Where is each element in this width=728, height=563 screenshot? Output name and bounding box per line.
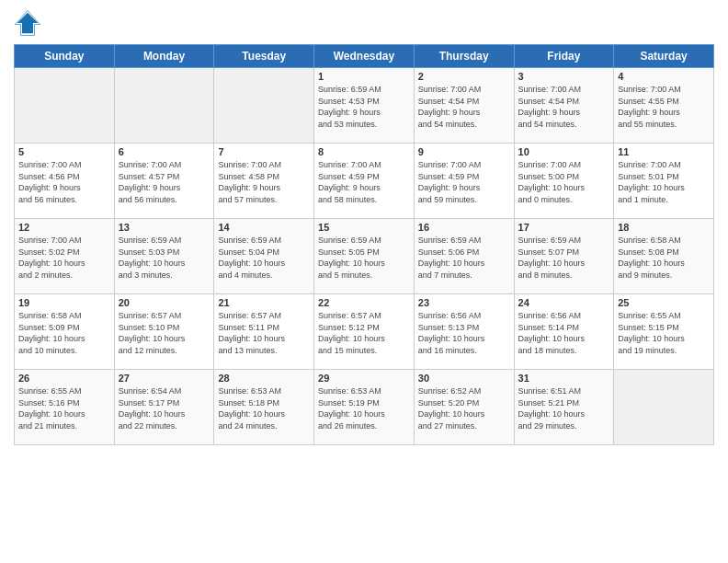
header-wednesday: Wednesday xyxy=(314,45,415,68)
calendar-cell: 20Sunrise: 6:57 AM Sunset: 5:10 PM Dayli… xyxy=(114,294,214,370)
calendar-cell: 8Sunrise: 7:00 AM Sunset: 4:59 PM Daylig… xyxy=(314,144,415,219)
calendar-cell: 25Sunrise: 6:55 AM Sunset: 5:15 PM Dayli… xyxy=(614,294,714,370)
day-info: Sunrise: 6:55 AM Sunset: 5:16 PM Dayligh… xyxy=(18,385,110,431)
day-number: 13 xyxy=(119,222,210,233)
week-row-1: 1Sunrise: 6:59 AM Sunset: 4:53 PM Daylig… xyxy=(15,68,714,144)
day-number: 27 xyxy=(119,373,210,384)
calendar-cell xyxy=(15,68,115,144)
day-number: 5 xyxy=(18,146,110,157)
logo-icon xyxy=(14,9,41,37)
calendar-cell: 9Sunrise: 7:00 AM Sunset: 4:59 PM Daylig… xyxy=(414,144,514,219)
calendar-cell: 19Sunrise: 6:58 AM Sunset: 5:09 PM Dayli… xyxy=(15,294,115,370)
day-info: Sunrise: 6:54 AM Sunset: 5:17 PM Dayligh… xyxy=(119,385,210,431)
calendar-table: SundayMondayTuesdayWednesdayThursdayFrid… xyxy=(14,44,714,445)
calendar-header-row: SundayMondayTuesdayWednesdayThursdayFrid… xyxy=(15,45,714,68)
calendar-cell: 7Sunrise: 7:00 AM Sunset: 4:58 PM Daylig… xyxy=(214,144,314,219)
day-info: Sunrise: 6:59 AM Sunset: 5:04 PM Dayligh… xyxy=(218,235,310,281)
day-info: Sunrise: 6:59 AM Sunset: 5:03 PM Dayligh… xyxy=(119,235,210,281)
day-number: 17 xyxy=(518,222,610,233)
calendar-cell: 10Sunrise: 7:00 AM Sunset: 5:00 PM Dayli… xyxy=(514,144,614,219)
day-number: 16 xyxy=(418,222,510,233)
calendar-cell: 1Sunrise: 6:59 AM Sunset: 4:53 PM Daylig… xyxy=(314,68,415,144)
calendar-cell: 5Sunrise: 7:00 AM Sunset: 4:56 PM Daylig… xyxy=(15,144,115,219)
day-info: Sunrise: 6:59 AM Sunset: 5:05 PM Dayligh… xyxy=(318,235,410,281)
day-number: 24 xyxy=(518,297,610,308)
day-info: Sunrise: 7:00 AM Sunset: 4:56 PM Dayligh… xyxy=(18,159,110,205)
week-row-5: 26Sunrise: 6:55 AM Sunset: 5:16 PM Dayli… xyxy=(15,370,714,445)
calendar-cell xyxy=(114,68,214,144)
day-number: 14 xyxy=(218,222,310,233)
day-info: Sunrise: 7:00 AM Sunset: 4:54 PM Dayligh… xyxy=(418,84,510,130)
day-number: 8 xyxy=(318,146,410,157)
header-tuesday: Tuesday xyxy=(214,45,314,68)
week-row-3: 12Sunrise: 7:00 AM Sunset: 5:02 PM Dayli… xyxy=(15,219,714,294)
day-number: 28 xyxy=(218,373,310,384)
calendar-cell: 24Sunrise: 6:56 AM Sunset: 5:14 PM Dayli… xyxy=(514,294,614,370)
header-saturday: Saturday xyxy=(614,45,714,68)
calendar-cell: 17Sunrise: 6:59 AM Sunset: 5:07 PM Dayli… xyxy=(514,219,614,294)
day-info: Sunrise: 6:51 AM Sunset: 5:21 PM Dayligh… xyxy=(518,385,610,431)
day-info: Sunrise: 6:59 AM Sunset: 4:53 PM Dayligh… xyxy=(318,84,410,130)
day-info: Sunrise: 6:58 AM Sunset: 5:08 PM Dayligh… xyxy=(618,235,710,281)
day-number: 4 xyxy=(618,71,710,82)
header xyxy=(14,9,714,37)
day-number: 7 xyxy=(218,146,310,157)
day-number: 19 xyxy=(18,297,110,308)
day-info: Sunrise: 6:59 AM Sunset: 5:06 PM Dayligh… xyxy=(418,235,510,281)
calendar-cell: 12Sunrise: 7:00 AM Sunset: 5:02 PM Dayli… xyxy=(15,219,115,294)
calendar-cell: 21Sunrise: 6:57 AM Sunset: 5:11 PM Dayli… xyxy=(214,294,314,370)
day-number: 12 xyxy=(18,222,110,233)
day-info: Sunrise: 6:56 AM Sunset: 5:14 PM Dayligh… xyxy=(518,310,610,356)
calendar-cell: 26Sunrise: 6:55 AM Sunset: 5:16 PM Dayli… xyxy=(15,370,115,445)
day-info: Sunrise: 7:00 AM Sunset: 4:57 PM Dayligh… xyxy=(119,159,210,205)
day-number: 22 xyxy=(318,297,410,308)
day-info: Sunrise: 7:00 AM Sunset: 5:00 PM Dayligh… xyxy=(518,159,610,205)
calendar-cell: 4Sunrise: 7:00 AM Sunset: 4:55 PM Daylig… xyxy=(614,68,714,144)
day-info: Sunrise: 6:53 AM Sunset: 5:18 PM Dayligh… xyxy=(218,385,310,431)
day-number: 20 xyxy=(119,297,210,308)
day-number: 18 xyxy=(618,222,710,233)
day-info: Sunrise: 6:56 AM Sunset: 5:13 PM Dayligh… xyxy=(418,310,510,356)
calendar-cell: 6Sunrise: 7:00 AM Sunset: 4:57 PM Daylig… xyxy=(114,144,214,219)
calendar-cell: 2Sunrise: 7:00 AM Sunset: 4:54 PM Daylig… xyxy=(414,68,514,144)
day-info: Sunrise: 7:00 AM Sunset: 4:55 PM Dayligh… xyxy=(618,84,710,130)
day-info: Sunrise: 6:55 AM Sunset: 5:15 PM Dayligh… xyxy=(618,310,710,356)
day-info: Sunrise: 6:57 AM Sunset: 5:10 PM Dayligh… xyxy=(119,310,210,356)
calendar-cell: 14Sunrise: 6:59 AM Sunset: 5:04 PM Dayli… xyxy=(214,219,314,294)
calendar-cell: 22Sunrise: 6:57 AM Sunset: 5:12 PM Dayli… xyxy=(314,294,415,370)
calendar-cell: 23Sunrise: 6:56 AM Sunset: 5:13 PM Dayli… xyxy=(414,294,514,370)
header-monday: Monday xyxy=(114,45,214,68)
day-info: Sunrise: 6:59 AM Sunset: 5:07 PM Dayligh… xyxy=(518,235,610,281)
calendar-cell: 30Sunrise: 6:52 AM Sunset: 5:20 PM Dayli… xyxy=(414,370,514,445)
logo xyxy=(14,9,45,37)
day-number: 21 xyxy=(218,297,310,308)
day-number: 15 xyxy=(318,222,410,233)
calendar-cell: 11Sunrise: 7:00 AM Sunset: 5:01 PM Dayli… xyxy=(614,144,714,219)
day-number: 2 xyxy=(418,71,510,82)
day-number: 26 xyxy=(18,373,110,384)
day-number: 29 xyxy=(318,373,410,384)
day-number: 31 xyxy=(518,373,610,384)
day-number: 11 xyxy=(618,146,710,157)
calendar-cell: 18Sunrise: 6:58 AM Sunset: 5:08 PM Dayli… xyxy=(614,219,714,294)
day-info: Sunrise: 7:00 AM Sunset: 5:01 PM Dayligh… xyxy=(618,159,710,205)
day-number: 6 xyxy=(119,146,210,157)
day-number: 25 xyxy=(618,297,710,308)
week-row-4: 19Sunrise: 6:58 AM Sunset: 5:09 PM Dayli… xyxy=(15,294,714,370)
day-info: Sunrise: 7:00 AM Sunset: 4:59 PM Dayligh… xyxy=(418,159,510,205)
calendar-cell xyxy=(614,370,714,445)
day-number: 1 xyxy=(318,71,410,82)
day-info: Sunrise: 6:57 AM Sunset: 5:11 PM Dayligh… xyxy=(218,310,310,356)
calendar-cell: 3Sunrise: 7:00 AM Sunset: 4:54 PM Daylig… xyxy=(514,68,614,144)
day-info: Sunrise: 7:00 AM Sunset: 4:59 PM Dayligh… xyxy=(318,159,410,205)
calendar-cell: 29Sunrise: 6:53 AM Sunset: 5:19 PM Dayli… xyxy=(314,370,415,445)
day-info: Sunrise: 6:58 AM Sunset: 5:09 PM Dayligh… xyxy=(18,310,110,356)
calendar-cell: 16Sunrise: 6:59 AM Sunset: 5:06 PM Dayli… xyxy=(414,219,514,294)
header-sunday: Sunday xyxy=(15,45,115,68)
calendar-cell xyxy=(214,68,314,144)
day-number: 30 xyxy=(418,373,510,384)
main-container: SundayMondayTuesdayWednesdayThursdayFrid… xyxy=(0,0,728,454)
day-info: Sunrise: 6:53 AM Sunset: 5:19 PM Dayligh… xyxy=(318,385,410,431)
day-info: Sunrise: 6:52 AM Sunset: 5:20 PM Dayligh… xyxy=(418,385,510,431)
week-row-2: 5Sunrise: 7:00 AM Sunset: 4:56 PM Daylig… xyxy=(15,144,714,219)
